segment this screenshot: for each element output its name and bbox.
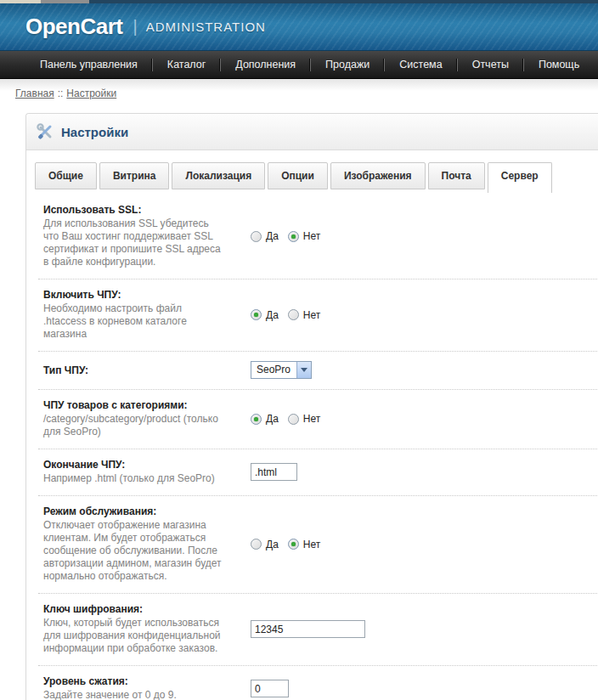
radio-label: Нет: [303, 413, 320, 425]
row-description: Для использования SSL убедитесь что Ваш …: [43, 217, 223, 268]
form-row: Окончание ЧПУ: Например .html (только дл…: [38, 449, 597, 496]
form-row: Включить ЧПУ: Необходимо настроить файл …: [38, 279, 597, 352]
row-description: Необходимо настроить файл .htaccess в ко…: [43, 302, 223, 341]
row-left: Включить ЧПУ: Необходимо настроить файл …: [38, 289, 223, 341]
tab[interactable]: Почта: [428, 162, 485, 189]
row-left: Окончание ЧПУ: Например .html (только дл…: [38, 459, 223, 485]
radio-label: Да: [266, 413, 279, 425]
brand-subtitle: ADMINISTRATION: [146, 20, 266, 34]
tab[interactable]: Витрина: [99, 162, 170, 189]
row-left: Тип ЧПУ:: [38, 364, 223, 376]
brand-separator: |: [133, 17, 137, 37]
page-title: Настройки: [61, 125, 128, 139]
row-label: Включить ЧПУ:: [43, 289, 223, 301]
breadcrumb-separator: ::: [58, 88, 64, 99]
form-row: Использовать SSL: Для использования SSL …: [38, 195, 597, 279]
row-label: Ключ шифрования:: [43, 603, 223, 615]
row-control: [251, 620, 365, 638]
radio-option[interactable]: Нет: [288, 309, 320, 321]
row-label: Режим обслуживания:: [43, 505, 223, 517]
nav-item[interactable]: Продажи: [311, 59, 384, 71]
radio-selected-icon[interactable]: [251, 414, 262, 425]
radio-option[interactable]: Нет: [288, 230, 320, 242]
radio-option[interactable]: Да: [251, 413, 279, 425]
radio-label: Нет: [303, 230, 320, 242]
settings-panel: Настройки ОбщиеВитринаЛокализацияОпцииИз…: [25, 113, 598, 700]
form-rows: Использовать SSL: Для использования SSL …: [26, 193, 598, 700]
tab[interactable]: Общие: [35, 162, 97, 189]
tab[interactable]: Изображения: [330, 162, 426, 189]
radio-selected-icon[interactable]: [251, 309, 262, 320]
breadcrumb: Главная::Настройки: [0, 79, 598, 99]
row-left: Режим обслуживания: Отключает отображени…: [38, 505, 223, 583]
radio-selected-icon[interactable]: [288, 231, 299, 242]
row-control: ДаНет: [251, 539, 330, 550]
radio-unselected-icon[interactable]: [288, 309, 299, 320]
radio-option[interactable]: Да: [251, 539, 279, 550]
main-nav: Панель управленияКаталогДополненияПродаж…: [0, 51, 598, 79]
breadcrumb-current-link[interactable]: Настройки: [66, 88, 116, 99]
form-row: Уровень сжатия: Задайте значение от 0 до…: [38, 666, 597, 700]
radio-option[interactable]: Нет: [288, 539, 320, 550]
tab[interactable]: Опции: [268, 162, 328, 189]
radio-option[interactable]: Да: [251, 230, 279, 242]
breadcrumb-home-link[interactable]: Главная: [15, 88, 54, 99]
radio-label: Да: [266, 230, 279, 242]
select-value: SeoPro: [251, 362, 296, 378]
row-left: Уровень сжатия: Задайте значение от 0 до…: [38, 675, 223, 700]
row-description: Ключ, который будет использоваться для ш…: [43, 617, 223, 655]
row-label: ЧПУ товаров с категориями:: [43, 399, 223, 411]
nav-item[interactable]: Дополнения: [221, 59, 310, 71]
tab[interactable]: Сервер: [488, 162, 552, 193]
text-field[interactable]: [251, 463, 297, 481]
page-content: Главная::Настройки Настройки ОбщиеВитрин…: [0, 79, 598, 700]
seo-type-select[interactable]: SeoPro: [251, 361, 312, 379]
row-control: ДаНет: [251, 413, 330, 425]
row-label: Уровень сжатия:: [43, 675, 223, 687]
panel-heading: Настройки: [26, 114, 598, 150]
row-left: ЧПУ товаров с категориями: /category/sub…: [38, 399, 223, 438]
tab[interactable]: Локализация: [172, 162, 265, 189]
row-left: Использовать SSL: Для использования SSL …: [38, 204, 223, 268]
app-header: OpenCart | ADMINISTRATION: [0, 3, 598, 51]
radio-unselected-icon[interactable]: [251, 231, 262, 242]
radio-unselected-icon[interactable]: [251, 539, 262, 550]
nav-item[interactable]: Панель управления: [25, 59, 152, 71]
chevron-down-icon[interactable]: [296, 362, 311, 378]
row-control: [251, 680, 289, 697]
radio-option[interactable]: Нет: [288, 413, 320, 425]
form-row: Ключ шифрования: Ключ, который будет исп…: [38, 594, 597, 666]
form-row: Режим обслуживания: Отключает отображени…: [38, 496, 597, 594]
row-control: [251, 463, 297, 481]
nav-item[interactable]: Каталог: [153, 59, 220, 71]
nav-item[interactable]: Отчеты: [458, 59, 523, 71]
row-description: Задайте значение от 0 до 9.: [43, 689, 223, 700]
form-row: Тип ЧПУ: SeoPro: [38, 352, 597, 390]
radio-label: Нет: [303, 309, 320, 321]
row-description: /category/subcategory/product (только дл…: [43, 413, 223, 438]
radio-label: Да: [266, 539, 279, 550]
row-left: Ключ шифрования: Ключ, который будет исп…: [38, 603, 223, 655]
brand-logo: OpenCart: [25, 14, 122, 40]
form-row: ЧПУ товаров с категориями: /category/sub…: [38, 390, 597, 449]
text-field[interactable]: [251, 680, 289, 697]
radio-option[interactable]: Да: [251, 309, 279, 321]
radio-selected-icon[interactable]: [288, 539, 299, 550]
row-control: ДаНет: [251, 309, 330, 321]
tab-bar: ОбщиеВитринаЛокализацияОпцииИзображенияП…: [26, 150, 598, 193]
row-label: Использовать SSL:: [43, 204, 223, 216]
nav-item[interactable]: Система: [385, 59, 456, 71]
radio-label: Нет: [303, 539, 320, 550]
tools-icon: [37, 123, 54, 140]
nav-item[interactable]: Помощь: [524, 59, 594, 71]
row-description: Отключает отображение магазина клиентам.…: [43, 519, 223, 583]
row-description: Например .html (только для SeoPro): [43, 472, 223, 485]
text-field[interactable]: [251, 620, 365, 638]
row-label: Окончание ЧПУ:: [43, 459, 223, 471]
radio-unselected-icon[interactable]: [288, 414, 299, 425]
row-control: SeoPro: [251, 361, 312, 379]
row-control: ДаНет: [251, 230, 330, 242]
row-label: Тип ЧПУ:: [43, 364, 223, 376]
radio-label: Да: [266, 309, 279, 321]
